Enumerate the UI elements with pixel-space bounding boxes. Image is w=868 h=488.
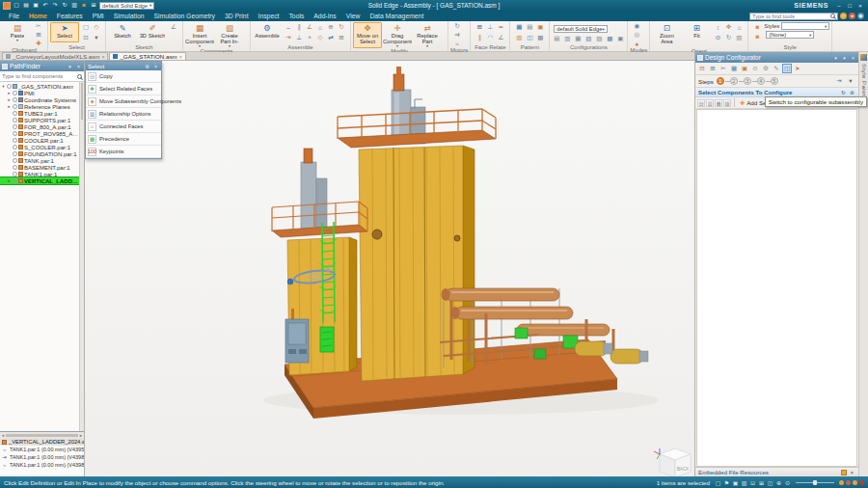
view-cube-face-label[interactable]: BACK bbox=[677, 467, 689, 472]
ribbon-big-button[interactable]: ⊡ Zoom Area bbox=[652, 22, 681, 48]
ribbon-combo[interactable]: default Solid Edge ▾ bbox=[552, 25, 625, 33]
configurator-tool-icon[interactable]: ⚙ bbox=[761, 64, 771, 73]
configurator-tool-icon[interactable]: ▦ bbox=[729, 64, 739, 73]
ribbon-small-button[interactable]: ↕ bbox=[713, 22, 722, 32]
ribbon-small-button[interactable]: ↻ bbox=[723, 33, 733, 42]
tree-item[interactable]: S_COOLER.par:1 bbox=[0, 144, 79, 150]
scrollbar-thumb[interactable] bbox=[81, 83, 83, 120]
tree-item[interactable]: ▸ VERTICAL_LADDER_2024.asm:1 bbox=[0, 177, 79, 184]
chevron-down-icon[interactable]: ▾ bbox=[849, 470, 855, 475]
ribbon-small-button[interactable]: ✂ bbox=[34, 22, 43, 30]
ribbon-small-button[interactable]: ∥ bbox=[294, 22, 304, 32]
select-menu-item[interactable]: ▦ Precedence bbox=[86, 133, 161, 146]
view-command-icon[interactable]: ⊞ bbox=[758, 479, 765, 486]
visibility-eye-icon[interactable] bbox=[13, 131, 17, 136]
ribbon-small-button[interactable]: ⌂ bbox=[315, 22, 325, 32]
refresh-icon[interactable]: ↻ bbox=[840, 90, 847, 95]
pin-icon[interactable]: ▾ bbox=[841, 55, 848, 61]
ribbon-small-button[interactable]: ▢ bbox=[81, 22, 91, 32]
ribbon-small-button[interactable]: ▣ bbox=[615, 34, 625, 43]
relationship-row[interactable]: ⇔ TANK1.par:1 (0.00 mm) (V43958) bbox=[0, 446, 84, 453]
ribbon-small-button[interactable]: ⊥ bbox=[485, 22, 495, 32]
list-view-icon[interactable]: ▥ bbox=[706, 99, 714, 107]
chevron-down-icon[interactable]: ▾ bbox=[832, 55, 839, 61]
configurator-content-area[interactable] bbox=[696, 109, 857, 467]
tree-item[interactable]: ▾ _GAS_STATION.asm bbox=[0, 83, 79, 90]
view-cube[interactable]: BACK bbox=[654, 448, 691, 476]
assembly-3d-view[interactable]: BACK bbox=[85, 61, 694, 476]
tree-item[interactable]: ▸ Reference Planes bbox=[0, 103, 79, 110]
ribbon-small-button[interactable]: ▥ bbox=[734, 33, 744, 42]
view-command-icon[interactable]: ▢ bbox=[715, 479, 721, 486]
visibility-eye-icon[interactable] bbox=[13, 165, 17, 170]
ribbon-big-button[interactable]: ⚙ Assemble bbox=[253, 22, 282, 42]
ribbon-tab[interactable]: Simulation Geometry bbox=[149, 12, 220, 20]
ribbon-small-button[interactable]: ⊞ bbox=[34, 31, 43, 39]
view-command-icon[interactable]: ⚑ bbox=[723, 479, 730, 486]
qat-icon[interactable]: ▤ bbox=[22, 1, 30, 10]
visibility-eye-icon[interactable] bbox=[13, 178, 17, 183]
qat-icon[interactable]: ▥ bbox=[70, 1, 78, 10]
configurator-tool-icon[interactable]: ⊞ bbox=[708, 64, 718, 73]
ribbon-combo[interactable]: (None) ▾ bbox=[764, 31, 829, 39]
gear-icon[interactable]: ⚙ bbox=[144, 64, 150, 69]
ribbon-small-button[interactable]: ▦ bbox=[514, 22, 524, 32]
zoom-slider-knob[interactable] bbox=[813, 480, 817, 485]
ribbon-small-button[interactable]: ∠ bbox=[169, 22, 178, 32]
relationships-header[interactable]: _VERTICAL_LADDER_2024.asm:1 bbox=[0, 438, 84, 446]
ribbon-big-button[interactable]: ✎ Sketch bbox=[108, 22, 137, 42]
ribbon-tab[interactable]: Add-Ins bbox=[309, 12, 340, 20]
ribbon-small-button[interactable]: ▤ bbox=[525, 22, 534, 32]
select-menu-item[interactable]: ◈ Move Subassembly Components bbox=[86, 95, 161, 108]
ribbon-small-button[interactable]: ↻ bbox=[452, 22, 462, 30]
ribbon-small-button[interactable]: ⊙ bbox=[713, 33, 722, 42]
list-view-icon[interactable]: ▤ bbox=[697, 99, 705, 107]
view-command-icon[interactable]: ◫ bbox=[767, 479, 773, 486]
ribbon-small-button[interactable]: ◉ bbox=[632, 22, 641, 30]
status-indicator-dot[interactable] bbox=[846, 480, 851, 485]
ribbon-tab[interactable]: Simulation bbox=[109, 12, 149, 20]
steps-tool-icon[interactable]: ⇥ bbox=[834, 76, 844, 86]
ribbon-small-button[interactable]: ▥ bbox=[514, 33, 524, 42]
qat-icon[interactable]: ⊞ bbox=[90, 1, 97, 10]
ribbon-big-button[interactable]: ▤ Paste ▾ bbox=[3, 22, 32, 42]
select-menu-item[interactable]: 100 Keypoints bbox=[86, 146, 161, 158]
scrollbar-thumb[interactable] bbox=[6, 434, 78, 437]
ribbon-tab[interactable]: View bbox=[341, 12, 366, 20]
ribbon-small-button[interactable]: ⇥ bbox=[284, 33, 293, 42]
ribbon-small-button[interactable]: ⊕ bbox=[326, 22, 336, 32]
ribbon-small-button[interactable]: ▩ bbox=[605, 34, 614, 43]
visibility-eye-icon[interactable] bbox=[13, 91, 17, 95]
tree-item[interactable]: TUBE3.par:1 bbox=[0, 110, 79, 117]
tree-item[interactable]: ▸ PMI bbox=[0, 90, 79, 96]
visibility-eye-icon[interactable] bbox=[13, 111, 17, 116]
configurator-tool-icon[interactable]: ▣ bbox=[740, 64, 749, 73]
relationship-row[interactable]: ⇥ TANK1.par:1 (0.00 mm) (V43982) bbox=[0, 453, 84, 461]
ribbon-big-button[interactable]: ▧ Create Part In-Place ▾ bbox=[215, 22, 244, 48]
view-command-icon[interactable]: ▣ bbox=[732, 479, 739, 486]
minimize-button[interactable]: – bbox=[834, 3, 844, 9]
scroll-left-icon[interactable]: ◄ bbox=[1, 433, 5, 438]
ribbon-small-button[interactable]: ⇔ bbox=[284, 22, 293, 32]
configurator-tool-icon[interactable]: ✎ bbox=[772, 64, 781, 73]
ribbon-small-button[interactable]: ⊞ bbox=[475, 22, 484, 32]
list-view-icon[interactable]: ▧ bbox=[723, 99, 731, 107]
step-circle[interactable]: 1 bbox=[717, 77, 724, 85]
help-icon[interactable]: ☺ bbox=[840, 13, 847, 19]
tree-item[interactable]: PROT_ROV985_A.par:1 bbox=[0, 130, 79, 137]
ribbon-small-button[interactable]: ◫ bbox=[525, 33, 534, 42]
status-indicator-dot[interactable] bbox=[839, 480, 844, 485]
close-icon[interactable]: × bbox=[152, 64, 159, 69]
find-tools-searchbox[interactable] bbox=[749, 13, 838, 20]
model-viewport[interactable]: BACK Select ⚙ × ▤ Copy ❖ Select Relate bbox=[85, 61, 694, 476]
ribbon-small-button[interactable]: ⊥ bbox=[294, 33, 304, 42]
ribbon-small-button[interactable]: ⇄ bbox=[326, 33, 336, 42]
ribbon-small-button[interactable]: ✥ bbox=[723, 22, 733, 32]
visibility-eye-icon[interactable] bbox=[13, 97, 17, 102]
step-circle[interactable]: 3 bbox=[744, 77, 751, 85]
step-circle[interactable]: 4 bbox=[757, 77, 765, 85]
tree-item[interactable]: FOUNDATION.par:1 bbox=[0, 150, 79, 157]
tree-item[interactable]: SUPPORTS.par:1 bbox=[0, 117, 79, 123]
visibility-eye-icon[interactable] bbox=[13, 145, 17, 149]
scroll-right-icon[interactable]: ► bbox=[79, 433, 83, 438]
